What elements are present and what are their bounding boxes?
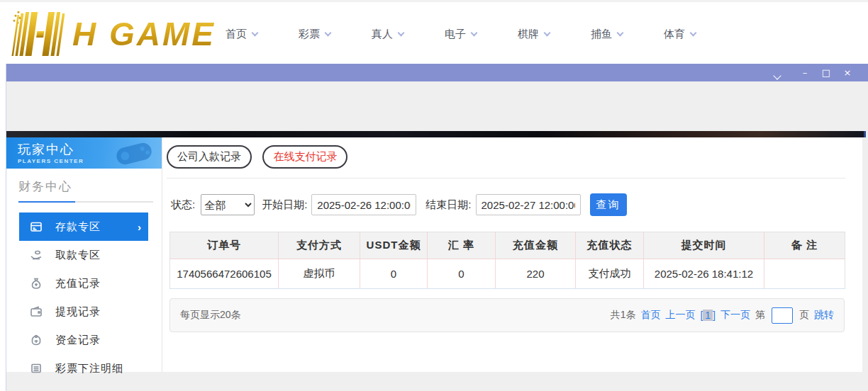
nav-item-live[interactable]: 真人 [372,28,445,41]
chevron-down-icon [398,30,405,37]
status-label: 状态: [171,198,195,212]
prev-page-link[interactable]: 上一页 [665,309,695,322]
end-date-input[interactable] [476,194,581,215]
deposit-card-icon [30,220,43,233]
nav-item-slots[interactable]: 电子 [445,28,518,41]
jump-link[interactable]: 跳转 [814,309,834,322]
chevron-down-icon [252,30,259,37]
chevron-down-icon [690,30,697,37]
sidebar-menu: 存款专区 › 取款专区 充值记录 [6,207,162,382]
main-nav: 首页 彩票 真人 电子 棋牌 捕鱼 体育 [226,2,737,66]
hh-logo-emblem [7,8,72,59]
search-button[interactable]: 查询 [590,193,627,216]
window-collapse-icon[interactable] [773,72,781,79]
cell-usdt-amount: 0 [360,259,428,289]
sidebar-item-recharge-records[interactable]: 充值记录 [19,269,148,298]
finance-center-label: 财务中心 [6,169,162,195]
sidebar-item-withdraw-zone[interactable]: 取款专区 [19,241,148,269]
nav-item-home[interactable]: 首页 [226,28,299,41]
page-number-input[interactable] [772,307,793,324]
record-tabs: 公司入款记录 在线支付记录 [167,143,845,178]
sidebar-item-withdrawal-records[interactable]: 提现记录 [19,298,148,326]
col-remark: 备 注 [764,232,845,259]
cell-recharge-status: 支付成功 [576,259,644,289]
col-order-id: 订单号 [170,232,279,259]
maximize-icon[interactable]: □ [816,64,837,81]
col-submit-time: 提交时间 [644,232,764,259]
sidebar: 玩家中心 PLAYERS CENTER 财务中心 [6,137,162,372]
cell-order-id: 1740566472606105 [170,259,279,289]
nav-item-chess[interactable]: 棋牌 [518,28,591,41]
chevron-down-icon [544,30,551,37]
chevron-down-icon [617,30,624,37]
sidebar-item-funds-records[interactable]: 资金记录 [19,326,148,354]
withdraw-record-wallet-icon [30,305,43,318]
per-page-label: 每页显示20条 [180,309,241,322]
cell-payment-method: 虚拟币 [279,259,360,289]
logo[interactable]: H GAME [7,8,216,59]
chevron-down-icon [471,30,478,37]
pagination-bar: 每页显示20条 共1条 首页 上一页 [1] 下一页 第 页 跳转 [169,298,845,332]
table-row: 1740566472606105 虚拟币 0 0 220 支付成功 2025-0… [170,259,845,289]
sidebar-item-deposit-zone[interactable]: 存款专区 › [19,212,148,241]
tab-company-deposit-records[interactable]: 公司入款记录 [167,145,252,169]
nav-item-fishing[interactable]: 捕鱼 [591,28,664,41]
player-center-window: – □ × 玩家中心 PLAYERS CENTER 财务中心 [6,64,868,391]
chevron-right-icon: › [138,221,141,233]
window-toolbar-area [6,81,868,131]
close-icon[interactable]: × [837,64,858,81]
sidebar-divider [18,201,153,203]
withdraw-hand-icon [30,249,43,261]
filter-bar: 状态: 全部 开始日期: 结束日期: 查询 [171,193,845,216]
cell-recharge-amount: 220 [496,259,576,289]
first-page-link[interactable]: 首页 [640,309,660,322]
lottery-bet-list-icon [30,362,43,375]
jump-suffix-label: 页 [799,309,809,322]
table-header-row: 订单号 支付方式 USDT金额 汇 率 充值金额 充值状态 提交时间 备 注 [170,232,845,259]
current-page-indicator: [1] [700,310,716,321]
start-date-label: 开始日期: [262,198,307,212]
cell-exchange-rate: 0 [428,259,496,289]
end-date-label: 结束日期: [425,198,471,212]
col-payment-method: 支付方式 [279,232,360,259]
tab-online-payment-records[interactable]: 在线支付记录 [262,145,347,169]
funds-purse-icon [30,334,43,346]
window-titlebar: – □ × [6,64,868,81]
minimize-icon[interactable]: – [794,64,816,81]
dark-banner [6,131,866,137]
chevron-down-icon [325,30,332,37]
sidebar-item-lottery-bet-detail[interactable]: 彩票下注明细 [19,354,148,382]
col-recharge-amount: 充值金额 [496,232,576,259]
logo-text: H GAME [72,9,216,59]
col-exchange-rate: 汇 率 [428,232,496,259]
recharge-moneybag-icon [30,277,43,290]
nav-item-sports[interactable]: 体育 [664,28,737,41]
total-count-label: 共1条 [611,309,636,322]
jump-prefix-label: 第 [755,309,765,322]
status-select[interactable]: 全部 [201,194,255,215]
next-page-link[interactable]: 下一页 [720,309,750,322]
cell-remark [764,259,845,289]
start-date-input[interactable] [311,194,416,215]
payment-records-table: 订单号 支付方式 USDT金额 汇 率 充值金额 充值状态 提交时间 备 注 1… [169,232,845,289]
col-recharge-status: 充值状态 [576,232,644,259]
site-header: H GAME 首页 彩票 真人 电子 棋牌 捕鱼 体育 [0,0,868,64]
main-content: 公司入款记录 在线支付记录 状态: 全部 开始日期: 结束日期: 查询 [162,137,862,372]
cell-submit-time: 2025-02-26 18:41:12 [644,259,764,289]
sidebar-header: 玩家中心 PLAYERS CENTER [6,137,162,169]
col-usdt-amount: USDT金额 [360,232,428,259]
pagination-controls: 共1条 首页 上一页 [1] 下一页 第 页 跳转 [611,307,834,324]
nav-item-lottery[interactable]: 彩票 [299,28,372,41]
gamepad-icon [112,140,156,168]
